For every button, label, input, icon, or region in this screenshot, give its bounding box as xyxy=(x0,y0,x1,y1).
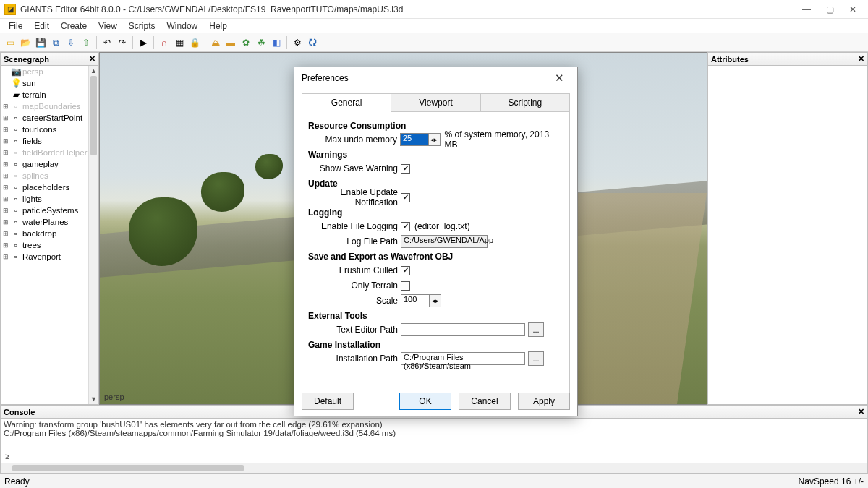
menu-scripts[interactable]: Scripts xyxy=(123,20,161,33)
expander-icon[interactable]: ⊞ xyxy=(2,207,9,214)
play-icon[interactable]: ▶ xyxy=(136,35,150,50)
max-undo-spinner[interactable]: ◂▸ xyxy=(429,133,441,146)
grid-icon[interactable]: ▦ xyxy=(172,35,187,50)
menu-file[interactable]: File xyxy=(3,20,28,33)
close-button[interactable]: ✕ xyxy=(848,4,858,14)
install-path-browse-button[interactable]: ... xyxy=(528,351,544,366)
expander-icon[interactable]: ⊞ xyxy=(2,218,9,226)
foliage-icon[interactable]: ☘ xyxy=(254,35,268,50)
tree-row-sun[interactable]: 💡sun xyxy=(1,77,88,89)
tree-row-placeholders[interactable]: ⊞▫placeholders xyxy=(1,181,88,193)
tree-row-paticleSystems[interactable]: ⊞▫paticleSystems xyxy=(1,205,88,216)
texture-icon[interactable]: ◧ xyxy=(269,35,284,50)
expander-icon[interactable]: ⊞ xyxy=(2,103,9,110)
tree-row-fieldBorderHelper[interactable]: ⊞▫fieldBorderHelper xyxy=(1,147,88,158)
refresh-icon[interactable]: 🗘 xyxy=(305,35,320,50)
log-hint: (editor_log.txt) xyxy=(414,221,470,231)
log-path-input[interactable]: C:/Users/GWENDAL/App xyxy=(401,235,488,248)
tree-row-gameplay[interactable]: ⊞▫gameplay xyxy=(1,158,88,170)
scale-input[interactable]: 100 xyxy=(401,294,430,307)
menu-edit[interactable]: Edit xyxy=(28,20,55,33)
only-terrain-checkbox[interactable] xyxy=(401,281,410,291)
terrain-paint-icon[interactable]: ✿ xyxy=(239,35,253,50)
expander-icon[interactable]: ⊞ xyxy=(2,184,9,191)
expander-icon[interactable]: ⊞ xyxy=(2,149,9,156)
text-editor-input[interactable] xyxy=(401,323,525,336)
tree-row-mapBoundaries[interactable]: ⊞▫mapBoundaries xyxy=(1,100,88,112)
terrain-sculpt-icon[interactable]: ⛰ xyxy=(208,35,223,50)
console-scrollbar[interactable] xyxy=(1,463,867,473)
settings-gear-icon[interactable]: ⚙ xyxy=(290,35,305,50)
tab-viewport[interactable]: Viewport xyxy=(391,94,480,112)
maximize-button[interactable]: ▢ xyxy=(825,4,835,14)
tree-row-terrain[interactable]: ▰terrain xyxy=(1,89,88,100)
dialog-close-icon[interactable]: ✕ xyxy=(549,69,570,87)
minimize-button[interactable]: — xyxy=(801,4,812,14)
menubar: File Edit Create View Scripts Window Hel… xyxy=(0,19,868,33)
apply-button[interactable]: Apply xyxy=(518,393,570,410)
redo-icon[interactable]: ↷ xyxy=(115,35,129,50)
expander-icon[interactable]: ⊞ xyxy=(2,160,9,168)
menu-help[interactable]: Help xyxy=(203,20,233,33)
text-editor-browse-button[interactable]: ... xyxy=(528,322,544,337)
scroll-up-icon[interactable]: ▲ xyxy=(89,66,98,76)
tree-item-label: terrain xyxy=(22,90,46,99)
expander-icon[interactable]: ⊞ xyxy=(2,195,9,202)
panel-close-icon[interactable]: ✕ xyxy=(89,54,95,64)
save-warning-checkbox[interactable] xyxy=(401,164,410,174)
panel-close-icon[interactable]: ✕ xyxy=(858,407,864,416)
expander-icon[interactable]: ⊞ xyxy=(2,114,9,121)
magnet-icon[interactable]: ∩ xyxy=(157,35,171,50)
tab-general[interactable]: General xyxy=(302,94,391,112)
tree-row-trees[interactable]: ⊞▫trees xyxy=(1,239,88,251)
import-icon[interactable]: ⇩ xyxy=(64,35,78,50)
ok-button[interactable]: OK xyxy=(399,393,451,410)
status-ready: Ready xyxy=(4,476,30,487)
expander-icon[interactable]: ⊞ xyxy=(2,172,9,179)
expander-icon[interactable]: ⊞ xyxy=(2,137,9,145)
default-button[interactable]: Default xyxy=(302,393,354,410)
tree-row-careerStartPoint[interactable]: ⊞▫careerStartPoint xyxy=(1,112,88,124)
lock-icon[interactable]: 🔒 xyxy=(187,35,202,50)
file-logging-checkbox[interactable] xyxy=(401,222,410,231)
expander-icon[interactable]: ⊞ xyxy=(2,241,9,249)
menu-view[interactable]: View xyxy=(93,20,123,33)
tree-row-splines[interactable]: ⊞▫splines xyxy=(1,170,88,181)
install-path-input[interactable]: C:/Program Files (x86)/Steam/steam xyxy=(401,352,525,365)
scrollbar-thumb[interactable] xyxy=(90,76,97,155)
tree-row-Ravenport[interactable]: ⊞▫Ravenport xyxy=(1,251,88,262)
menu-create[interactable]: Create xyxy=(55,20,93,33)
panel-close-icon[interactable]: ✕ xyxy=(858,54,864,64)
tree-row-lights[interactable]: ⊞▫lights xyxy=(1,193,88,205)
scroll-down-icon[interactable]: ▼ xyxy=(89,394,98,404)
scale-spinner[interactable]: ◂▸ xyxy=(430,294,441,307)
tree-item-label: tourIcons xyxy=(22,125,56,134)
tree-row-tourIcons[interactable]: ⊞▫tourIcons xyxy=(1,124,88,135)
scenegraph-panel: Scenegraph ✕ 📷persp💡sun▰terrain⊞▫mapBoun… xyxy=(0,52,99,405)
frustum-checkbox[interactable] xyxy=(401,266,410,275)
group-icon: ▫ xyxy=(11,114,21,122)
expander-icon[interactable]: ⊞ xyxy=(2,126,9,133)
save-all-icon[interactable]: ⧉ xyxy=(48,35,63,50)
tree-row-persp[interactable]: 📷persp xyxy=(1,66,88,77)
terrain-flatten-icon[interactable]: ▬ xyxy=(224,35,238,50)
scenegraph-scrollbar[interactable]: ▲ ▼ xyxy=(88,66,98,404)
max-undo-input[interactable]: 25 xyxy=(400,133,429,146)
scrollbar-thumb[interactable] xyxy=(12,465,244,471)
update-notif-checkbox[interactable] xyxy=(401,193,410,202)
expander-icon[interactable]: ⊞ xyxy=(2,253,9,260)
tree-row-fields[interactable]: ⊞▫fields xyxy=(1,135,88,147)
save-file-icon[interactable]: 💾 xyxy=(33,35,48,50)
cancel-button[interactable]: Cancel xyxy=(459,393,511,410)
new-file-icon[interactable]: ▭ xyxy=(3,35,17,50)
console-input[interactable]: ≥ xyxy=(1,450,867,463)
tab-scripting[interactable]: Scripting xyxy=(481,94,569,112)
tree-row-waterPlanes[interactable]: ⊞▫waterPlanes xyxy=(1,216,88,228)
open-file-icon[interactable]: 📂 xyxy=(18,35,33,50)
scenegraph-tree[interactable]: 📷persp💡sun▰terrain⊞▫mapBoundaries⊞▫caree… xyxy=(1,66,88,404)
menu-window[interactable]: Window xyxy=(161,20,204,33)
tree-row-backdrop[interactable]: ⊞▫backdrop xyxy=(1,228,88,239)
export-icon[interactable]: ⇧ xyxy=(79,35,93,50)
expander-icon[interactable]: ⊞ xyxy=(2,230,9,237)
undo-icon[interactable]: ↶ xyxy=(100,35,114,50)
